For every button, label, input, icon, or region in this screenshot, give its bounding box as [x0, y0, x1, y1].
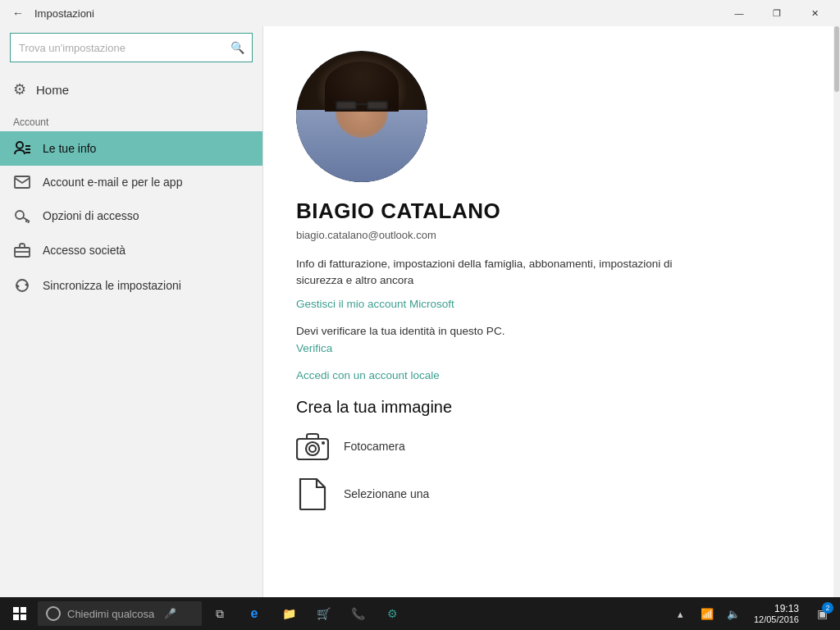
tray-expand-icon[interactable]: ▴ [669, 597, 693, 630]
search-box[interactable]: 🔍 [10, 33, 253, 62]
sidebar-item-opzioni-accesso[interactable]: Opzioni di accesso [0, 199, 262, 233]
content-area: BIAGIO CATALANO biagio.catalano@outlook.… [262, 26, 833, 597]
scrollbar-thumb[interactable] [834, 26, 839, 92]
profile-email: biagio.catalano@outlook.com [296, 229, 801, 241]
tray-volume-icon[interactable]: 🔈 [721, 597, 746, 630]
task-view-button[interactable]: ⧉ [203, 597, 236, 630]
home-icon: ⚙ [13, 80, 26, 98]
maximize-button[interactable]: ❐ [758, 0, 796, 26]
sidebar-item-account-email-label: Account e-mail e per le app [43, 176, 182, 189]
clock-time: 19:13 [774, 603, 799, 614]
svg-point-0 [16, 142, 23, 148]
scrollbar-track[interactable] [833, 26, 840, 597]
key-icon [13, 208, 31, 223]
notification-center-button[interactable]: ▣ 2 [807, 597, 837, 630]
window-title: Impostazioni [34, 7, 720, 20]
sidebar: 🔍 ⚙ Home Account Le tue info [0, 26, 262, 597]
profile-description: Info di fatturazione, impostazioni della… [296, 256, 673, 290]
sync-icon [13, 277, 31, 294]
sidebar-item-sincronizza-label: Sincronizza le impostazioni [43, 279, 181, 292]
profile-avatar [296, 51, 427, 182]
verify-text: Devi verificare la tua identità in quest… [296, 325, 801, 337]
back-button[interactable]: ← [7, 2, 30, 25]
settings-taskbar-button[interactable]: ⚙ [376, 597, 409, 630]
sidebar-item-account-email[interactable]: Account e-mail e per le app [0, 166, 262, 199]
start-button[interactable] [3, 597, 36, 630]
create-image-title: Crea la tua immagine [296, 398, 801, 417]
svg-point-5 [16, 211, 24, 219]
minimize-button[interactable]: — [720, 0, 758, 26]
sidebar-item-le-tue-info-label: Le tue info [43, 142, 96, 155]
clock-date: 12/05/2016 [754, 614, 799, 624]
search-icon[interactable]: 🔍 [222, 33, 252, 62]
sidebar-item-sincronizza[interactable]: Sincronizza le impostazioni [0, 267, 262, 304]
account-section-label: Account [0, 107, 262, 131]
local-account-link[interactable]: Accedi con un account locale [296, 369, 801, 381]
select-label: Selezionane una [344, 487, 429, 500]
store-button[interactable]: 🛒 [307, 597, 340, 630]
manage-account-link[interactable]: Gestisci il mio account Microsoft [296, 298, 801, 310]
file-select-icon [296, 477, 329, 510]
svg-point-14 [306, 442, 319, 455]
briefcase-icon [13, 243, 31, 258]
cortana-icon [46, 606, 61, 621]
camera-label: Fotocamera [344, 440, 405, 453]
notification-badge: 2 [822, 602, 833, 614]
tray-network-icon[interactable]: 📶 [695, 597, 719, 630]
verify-link[interactable]: Verifica [296, 342, 801, 354]
profile-name: BIAGIO CATALANO [296, 199, 801, 224]
system-clock[interactable]: 19:13 12/05/2016 [747, 603, 806, 624]
select-file-option[interactable]: Selezionane una [296, 477, 801, 510]
email-icon [13, 176, 31, 189]
cortana-search[interactable]: Chiedimi qualcosa 🎤 [38, 601, 202, 626]
svg-marker-12 [16, 284, 20, 289]
cortana-search-text: Chiedimi qualcosa [67, 608, 154, 620]
svg-point-16 [322, 441, 325, 445]
close-button[interactable]: ✕ [796, 0, 833, 26]
explorer-button[interactable]: 📁 [272, 597, 305, 630]
edge-button[interactable]: e [238, 597, 271, 630]
window-controls: — ❐ ✕ [720, 0, 833, 26]
titlebar: ← Impostazioni — ❐ ✕ [0, 0, 840, 26]
camera-option[interactable]: Fotocamera [296, 430, 801, 463]
microphone-icon: 🎤 [164, 608, 176, 619]
phone-button[interactable]: 📞 [341, 597, 374, 630]
camera-icon [296, 430, 329, 463]
windows-logo [13, 607, 26, 620]
home-label: Home [36, 83, 69, 97]
sidebar-item-le-tue-info[interactable]: Le tue info [0, 131, 262, 166]
sidebar-item-accesso-societa-label: Accesso società [43, 244, 126, 257]
system-tray: ▴ 📶 🔈 [669, 597, 746, 630]
svg-point-15 [309, 445, 316, 452]
main-layout: 🔍 ⚙ Home Account Le tue info [0, 26, 840, 597]
taskbar: Chiedimi qualcosa 🎤 ⧉ e 📁 🛒 📞 ⚙ ▴ 📶 🔈 19… [0, 597, 840, 630]
sidebar-item-opzioni-accesso-label: Opzioni di accesso [43, 209, 139, 222]
person-list-icon [13, 141, 31, 156]
search-input[interactable] [11, 42, 222, 54]
home-item[interactable]: ⚙ Home [0, 72, 262, 107]
sidebar-item-accesso-societa[interactable]: Accesso società [0, 233, 262, 267]
